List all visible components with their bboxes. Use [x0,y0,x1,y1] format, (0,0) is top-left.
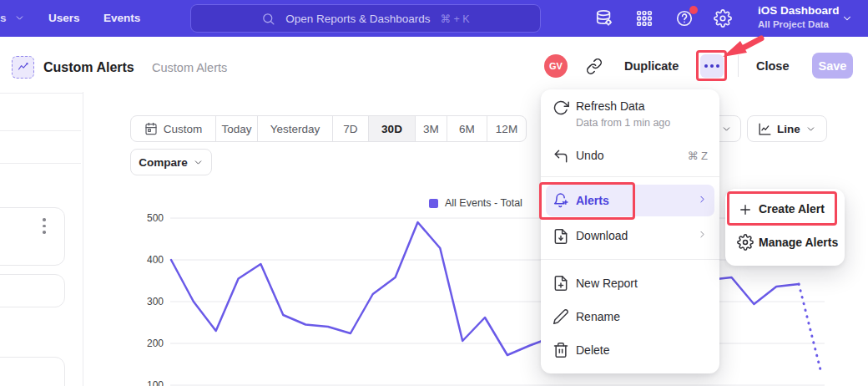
menu-divider [541,176,719,177]
sidebar-divider [0,163,81,164]
menu-item-delete[interactable]: Delete [576,343,609,357]
undo-icon [553,148,569,165]
submenu-item-manage-alerts[interactable]: Manage Alerts [759,236,838,249]
chevron-down-icon [721,124,732,135]
range-12m[interactable]: 12M [487,116,526,141]
range-label: Custom [164,123,203,135]
copy-link-icon[interactable] [586,58,603,74]
bell-plus-icon [553,192,569,209]
alerts-submenu: Create Alert Manage Alerts [725,189,845,266]
close-button[interactable]: Close [756,59,790,73]
duplicate-button[interactable]: Duplicate [624,59,679,73]
sidebar-border [83,92,83,386]
legend-label: All Events - Total [445,197,522,209]
data-management-icon[interactable] [595,9,613,28]
search-icon [261,12,275,26]
search-input[interactable]: Open Reports & Dashboards ⌘ + K [190,4,541,33]
nav-item-users[interactable]: Users [48,12,80,24]
range-6m[interactable]: 6M [447,116,487,141]
trash-icon [553,342,569,358]
download-icon [553,228,569,245]
project-switcher[interactable]: iOS Dashboard All Project Data [758,4,840,29]
chevron-right-icon [697,229,708,240]
date-range-control: Custom Today Yesterday 7D 30D 3M 6M 12M [130,115,527,142]
line-chart-icon [758,122,772,136]
chevron-right-icon [697,194,708,205]
avatar[interactable]: GV [544,54,568,78]
calendar-icon [144,122,158,135]
chevron-down-icon [193,157,204,168]
new-report-icon [553,275,569,292]
range-3m[interactable]: 3M [416,116,447,141]
svg-text:100: 100 [147,379,164,386]
sidebar-card[interactable] [0,207,65,266]
legend-swatch [429,199,438,208]
range-today[interactable]: Today [216,116,258,141]
header-divider [738,55,739,77]
menu-item-undo[interactable]: Undo [576,149,603,162]
svg-text:500: 500 [147,212,164,224]
sidebar-divider [0,130,81,131]
menu-item-new-report[interactable]: New Report [576,277,638,290]
nav-item-events[interactable]: Events [103,12,140,24]
notification-dot [689,6,698,14]
menu-divider [541,259,719,260]
app-root: 500400300200100 All Events - Total Custo… [0,0,868,386]
kebab-menu-icon[interactable] [43,218,46,234]
apps-grid-icon[interactable] [635,9,654,28]
report-type-icon [12,56,34,79]
svg-text:300: 300 [147,296,164,307]
svg-text:200: 200 [147,338,164,349]
menu-item-alerts[interactable]: Alerts [576,194,609,207]
top-nav: s Users Events Open Reports & Dashboards… [0,0,868,37]
project-name: iOS Dashboard [758,4,840,17]
search-placeholder: Open Reports & Dashboards [285,13,430,25]
more-options-button[interactable] [700,54,724,78]
undo-shortcut: ⌘ Z [687,150,708,162]
nav-item-truncated[interactable]: s [0,12,25,24]
sidebar-card[interactable] [0,274,65,307]
rename-pencil-icon [553,308,569,325]
page-title: Custom Alerts [43,60,134,75]
context-menu: Refresh Data Data from 1 min ago Undo ⌘ … [541,89,719,373]
svg-text:400: 400 [147,254,164,266]
range-yesterday[interactable]: Yesterday [258,116,333,141]
compare-button[interactable]: Compare [130,149,212,175]
save-button[interactable]: Save [812,53,853,79]
chevron-down-icon[interactable] [841,13,853,24]
alerts-row-highlight[interactable] [546,185,714,216]
line-chart-icon [17,61,29,74]
menu-item-rename[interactable]: Rename [576,310,620,323]
refresh-icon [553,99,569,116]
menu-item-download[interactable]: Download [576,229,628,242]
search-shortcut: ⌘ + K [441,13,470,25]
submenu-item-create-alert[interactable]: Create Alert [759,202,825,216]
gear-icon[interactable] [714,9,732,28]
range-30d-selected[interactable]: 30D [369,116,416,141]
chevron-down-icon [805,124,816,135]
breadcrumb: Custom Alerts [152,61,227,74]
chart-type-button[interactable]: Line [747,115,827,142]
chevron-down-icon [14,13,25,23]
refresh-data-subtitle: Data from 1 min ago [576,117,670,129]
chart-legend: All Events - Total [429,197,522,209]
range-custom[interactable]: Custom [131,116,216,141]
gear-icon [737,234,754,251]
menu-item-refresh-data[interactable]: Refresh Data [576,99,644,113]
sidebar-card[interactable] [0,357,65,386]
range-7d[interactable]: 7D [333,116,369,141]
project-scope: All Project Data [758,19,840,29]
plus-icon [738,202,753,217]
sidebar-divider [0,93,83,94]
